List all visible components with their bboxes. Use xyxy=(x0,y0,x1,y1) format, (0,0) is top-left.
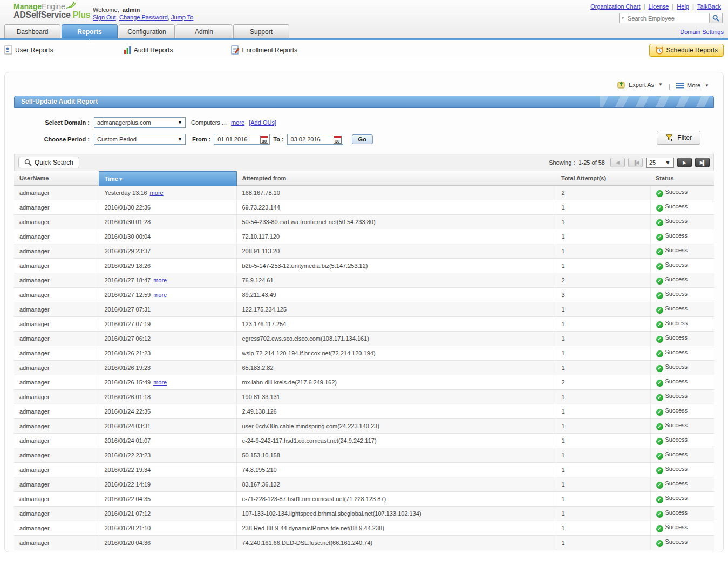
col-status[interactable]: Status xyxy=(650,172,714,186)
table-row: admanager 2016/01/26 21:23 wsip-72-214-1… xyxy=(14,346,714,361)
col-username[interactable]: UserName xyxy=(14,172,99,186)
tab-dashboard[interactable]: Dashboard xyxy=(4,24,60,38)
cell-attempted-from: 2.49.138.126 xyxy=(236,404,556,419)
quick-search-button[interactable]: Quick Search xyxy=(18,157,79,168)
first-page-button[interactable] xyxy=(628,158,643,167)
search-input[interactable] xyxy=(627,15,707,22)
calendar-icon[interactable]: 30 xyxy=(334,136,342,144)
top-link-separator: | xyxy=(670,3,675,10)
cell-total-attempts: 1 xyxy=(556,404,650,419)
last-page-button[interactable] xyxy=(695,158,710,167)
cell-status: Success xyxy=(650,273,714,288)
cell-username: admanager xyxy=(14,463,99,477)
cell-attempted-from: 83.167.36.132 xyxy=(236,477,556,492)
link-change-password[interactable]: Change Password xyxy=(119,14,168,21)
cell-attempted-from: 107-133-102-134.lightspeed.brhmal.sbcglo… xyxy=(236,507,556,521)
cell-total-attempts: 1 xyxy=(556,229,650,244)
success-icon xyxy=(656,292,663,299)
report-title: Self-Update Audit Report xyxy=(21,98,98,105)
link-sign-out[interactable]: Sign Out xyxy=(93,14,116,21)
domain-settings-link[interactable]: Domain Settings xyxy=(680,29,724,35)
cell-attempted-from: 122.175.234.125 xyxy=(236,302,556,317)
to-date-field[interactable]: 03 02 2016 30 xyxy=(287,134,343,145)
next-page-button[interactable] xyxy=(677,158,692,167)
time-more-link[interactable]: more xyxy=(153,277,167,283)
select-caret-icon: ▼ xyxy=(178,137,182,142)
schedule-reports-button[interactable]: Schedule Reports xyxy=(649,44,724,57)
from-date-field[interactable]: 01 01 2016 30 xyxy=(214,134,270,145)
go-button[interactable]: Go xyxy=(352,134,373,144)
export-as-button[interactable]: Export As▼ xyxy=(617,80,663,89)
cell-total-attempts: 1 xyxy=(556,434,650,448)
cell-total-attempts: 3 xyxy=(556,288,650,302)
page-size-select[interactable]: 25 ▼ xyxy=(646,158,674,168)
table-row: admanager 2016/01/21 07:12 107-133-102-1… xyxy=(14,507,714,521)
domain-select[interactable]: admanagerplus.com ▼ xyxy=(94,117,186,128)
table-row: admanager Yesterday 13:16more 168.167.78… xyxy=(14,186,714,200)
user-reports-icon xyxy=(4,45,13,55)
top-link-talkback[interactable]: TalkBack xyxy=(697,3,721,10)
table-row: admanager 2016/01/27 07:31 122.175.234.1… xyxy=(14,302,714,317)
calendar-icon[interactable]: 30 xyxy=(260,136,268,144)
filter-button[interactable]: Filter xyxy=(657,131,700,145)
quick-search-icon xyxy=(24,159,32,166)
search-button[interactable] xyxy=(710,13,723,23)
top-link-license[interactable]: License xyxy=(648,3,669,10)
cell-username: admanager xyxy=(14,521,99,536)
tab-support[interactable]: Support xyxy=(233,24,289,38)
top-link-help[interactable]: Help xyxy=(677,3,689,10)
actions-separator: | xyxy=(669,83,670,90)
cell-total-attempts: 1 xyxy=(556,317,650,332)
audit-reports-icon xyxy=(124,46,132,55)
link-jump-to[interactable]: Jump To xyxy=(171,14,193,21)
tab-reports[interactable]: Reports xyxy=(62,24,118,38)
success-icon xyxy=(656,380,663,387)
subnav-audit-reports[interactable]: Audit Reports xyxy=(124,46,173,55)
period-select[interactable]: Custom Period ▼ xyxy=(94,134,186,145)
cell-username: admanager xyxy=(14,346,99,361)
product-name: ADSelfService xyxy=(13,10,71,19)
table-row: admanager 2016/01/30 01:28 50-54-233-80.… xyxy=(14,215,714,229)
cell-status: Success xyxy=(650,536,714,550)
tab-admin[interactable]: Admin xyxy=(176,24,232,38)
app-header: ManageEngine ADSelfService Plus Welcome,… xyxy=(0,0,728,38)
col-time-sorted[interactable]: Time xyxy=(99,172,236,186)
cell-status: Success xyxy=(650,361,714,375)
table-row: admanager 2016/01/24 03:31 user-0cdv30n.… xyxy=(14,419,714,434)
cell-time: 2016/01/29 18:26 xyxy=(99,259,236,273)
cell-username: admanager xyxy=(14,419,99,434)
search-scope-caret-icon[interactable]: ▾ xyxy=(622,16,624,21)
cell-username: admanager xyxy=(14,404,99,419)
subnav-user-reports[interactable]: User Reports xyxy=(4,45,53,55)
cell-total-attempts: 1 xyxy=(556,492,650,507)
prev-page-button[interactable] xyxy=(610,158,625,167)
cell-status: Success xyxy=(650,404,714,419)
cell-total-attempts: 1 xyxy=(556,259,650,273)
time-more-link[interactable]: more xyxy=(153,379,167,386)
showing-range: 1-25 of 58 xyxy=(578,159,605,166)
subnav-enrollment-reports[interactable]: Enrollment Reports xyxy=(231,45,297,55)
cell-username: admanager xyxy=(14,434,99,448)
alarm-clock-icon xyxy=(655,46,664,55)
select-caret-icon: ▼ xyxy=(665,159,671,166)
table-row: admanager 2016/01/22 14:19 83.167.36.132… xyxy=(14,477,714,492)
employee-search-box[interactable]: ▾ xyxy=(619,13,710,23)
tab-configuration[interactable]: Configuration xyxy=(119,24,175,38)
cell-username: admanager xyxy=(14,507,99,521)
success-icon xyxy=(656,278,663,285)
cell-status: Success xyxy=(650,215,714,229)
current-user: admin xyxy=(123,6,140,13)
time-more-link[interactable]: more xyxy=(150,190,164,196)
computers-more-link[interactable]: more xyxy=(231,119,244,126)
add-ous-link[interactable]: [Add OUs] xyxy=(249,119,276,126)
time-more-link[interactable]: more xyxy=(153,292,167,298)
col-attempted-from[interactable]: Attempted from xyxy=(236,172,556,186)
cell-status: Success xyxy=(650,317,714,332)
table-row: admanager 2016/01/26 01:18 190.81.33.131… xyxy=(14,390,714,404)
success-icon xyxy=(656,423,663,430)
col-total-attempts[interactable]: Total Attempt(s) xyxy=(556,172,650,186)
top-link-organization-chart[interactable]: Organization Chart xyxy=(590,3,640,10)
cell-time: 2016/01/22 14:19 xyxy=(99,477,236,492)
audit-table: UserName Time Attempted from Total Attem… xyxy=(14,171,714,550)
more-actions-button[interactable]: More▼ xyxy=(676,82,709,89)
